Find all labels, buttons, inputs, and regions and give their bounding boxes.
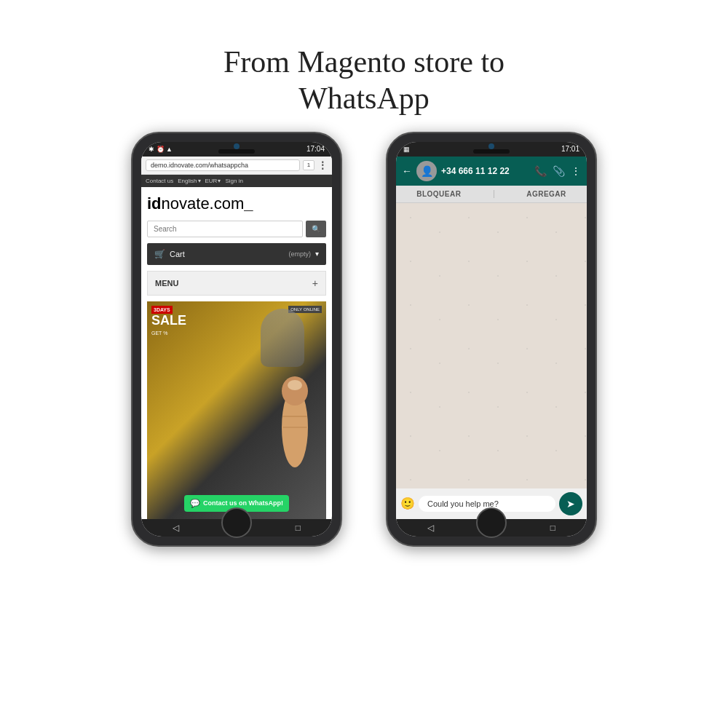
right-status-left: ▦: [403, 146, 410, 153]
headline-line2: WhatsApp: [298, 82, 430, 115]
whatsapp-link-icon[interactable]: 📎: [553, 165, 565, 177]
contact-us-link[interactable]: Contact us: [146, 178, 173, 184]
browser-tab[interactable]: 1: [303, 160, 314, 170]
whatsapp-icon: 💬: [190, 499, 200, 508]
currency-dropdown[interactable]: EUR: [205, 178, 221, 184]
whatsapp-header-icons: 📞 📎 ⋮: [534, 165, 581, 177]
block-button[interactable]: BLOQUEAR: [416, 190, 461, 198]
cart-row[interactable]: 🛒 Cart (empty) ▾: [147, 243, 326, 265]
chat-background-pattern: [396, 203, 587, 488]
message-text: Could you help me?: [427, 499, 499, 508]
finger-pointer: [266, 376, 324, 474]
search-row: 🔍: [141, 218, 332, 240]
add-button[interactable]: AGREGAR: [526, 190, 566, 198]
menu-plus-icon: +: [312, 277, 318, 289]
browser-url[interactable]: demo.idnovate.com/whatsappcha: [146, 159, 300, 171]
left-home-button[interactable]: [221, 507, 252, 538]
whatsapp-call-icon[interactable]: 📞: [534, 165, 547, 177]
cart-icon: 🛒: [154, 249, 165, 259]
nav-back-left[interactable]: ◁: [173, 523, 179, 533]
headline-line1: From Magento store to: [223, 45, 505, 79]
banner-sale: SALE: [151, 313, 186, 328]
whatsapp-contact-name: +34 666 11 12 22: [441, 166, 530, 176]
whatsapp-avatar: 👤: [416, 161, 437, 181]
cart-arrow: ▾: [315, 250, 319, 258]
browser-bar: demo.idnovate.com/whatsappcha 1 ⋮: [141, 157, 332, 175]
right-home-button[interactable]: [476, 507, 507, 538]
whatsapp-header: ← 👤 +34 666 11 12 22 📞 📎 ⋮: [396, 157, 587, 186]
menu-label: MENU: [155, 279, 178, 288]
cart-empty: (empty): [288, 250, 311, 258]
nav-back-right[interactable]: ◁: [427, 523, 434, 533]
signin-link[interactable]: Sign in: [225, 178, 242, 184]
send-icon: ➤: [566, 498, 575, 510]
left-phone-screen: ✱ ⏰ ▲ 17:04 demo.idnovate.com/whatsappch…: [141, 142, 332, 537]
nav-square-right[interactable]: □: [550, 523, 555, 533]
left-status-left-icons: ✱ ⏰ ▲: [149, 146, 173, 153]
whatsapp-chat-area: [396, 203, 587, 488]
left-phone: ✱ ⏰ ▲ 17:04 demo.idnovate.com/whatsappch…: [131, 132, 342, 547]
svg-point-4: [288, 380, 302, 390]
whatsapp-button-label: Contact us on WhatsApp!: [203, 499, 283, 507]
magento-logo-area: idnovate.com_: [141, 187, 332, 218]
magento-logo: idnovate.com_: [147, 194, 326, 213]
emoji-icon[interactable]: 🙂: [400, 496, 415, 510]
search-input[interactable]: [147, 221, 303, 237]
phone-speaker-left: [218, 149, 255, 154]
banner-get: GET %: [151, 331, 167, 336]
search-button[interactable]: 🔍: [306, 221, 326, 237]
cart-label: Cart: [170, 250, 284, 258]
page-container: From Magento store to WhatsApp ✱ ⏰ ▲ 17:…: [0, 0, 728, 728]
whatsapp-menu-icon[interactable]: ⋮: [571, 165, 581, 177]
whatsapp-send-button[interactable]: ➤: [559, 492, 582, 515]
right-status-time: 17:01: [561, 145, 579, 153]
right-phone: ▦ 17:01 ← 👤 +34 666 11 12 22 📞 📎 ⋮: [386, 132, 597, 547]
nav-square-left[interactable]: □: [296, 523, 301, 533]
language-dropdown[interactable]: English: [178, 178, 200, 184]
magento-topbar: Contact us English EUR Sign in: [141, 175, 332, 187]
left-status-time: 17:04: [306, 145, 325, 153]
headline: From Magento store to WhatsApp: [223, 22, 505, 117]
menu-row[interactable]: MENU +: [147, 271, 326, 296]
whatsapp-back-button[interactable]: ←: [402, 165, 412, 177]
contact-bar: BLOQUEAR AGREGAR: [396, 186, 587, 203]
right-phone-screen: ▦ 17:01 ← 👤 +34 666 11 12 22 📞 📎 ⋮: [396, 142, 587, 537]
browser-menu[interactable]: ⋮: [317, 159, 328, 171]
phones-wrapper: ✱ ⏰ ▲ 17:04 demo.idnovate.com/whatsappch…: [131, 132, 597, 547]
phone-speaker-right: [473, 149, 510, 154]
contact-bar-divider: [494, 190, 494, 198]
